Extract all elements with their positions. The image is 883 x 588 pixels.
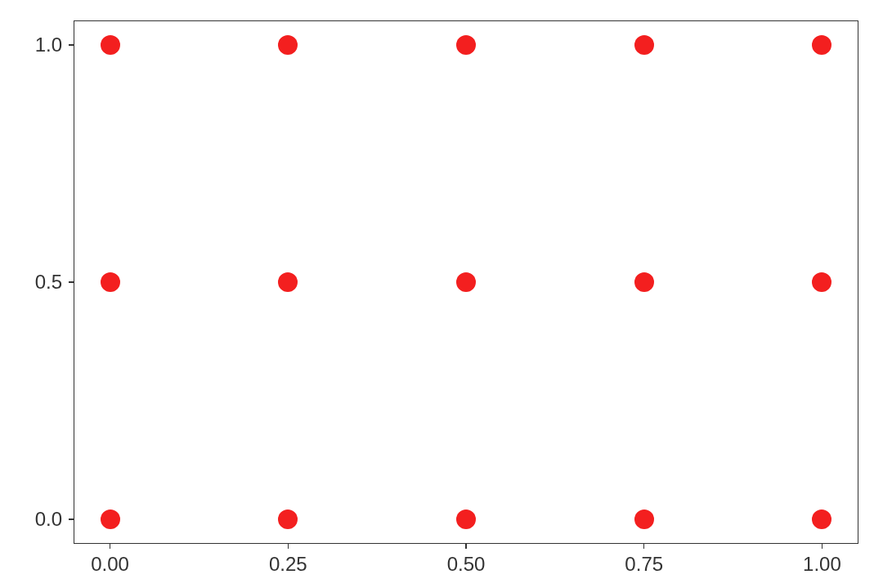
scatter-point bbox=[812, 509, 831, 529]
scatter-point bbox=[101, 509, 120, 529]
scatter-point bbox=[634, 35, 654, 55]
x-tick bbox=[465, 543, 467, 549]
scatter-point bbox=[634, 272, 654, 292]
x-tick-label: 0.00 bbox=[91, 553, 129, 576]
scatter-point bbox=[456, 509, 476, 529]
y-tick-label: 0.0 bbox=[35, 508, 62, 531]
y-tick bbox=[69, 281, 74, 283]
scatter-point bbox=[634, 509, 654, 529]
x-tick bbox=[822, 543, 823, 549]
x-tick bbox=[288, 543, 289, 549]
scatter-point bbox=[278, 509, 298, 529]
scatter-point bbox=[812, 272, 831, 292]
x-tick-label: 0.50 bbox=[447, 553, 486, 576]
scatter-point bbox=[812, 35, 831, 55]
chart-container: 0.000.250.500.751.000.00.51.0 bbox=[74, 20, 858, 544]
scatter-point bbox=[278, 272, 298, 292]
scatter-point bbox=[456, 35, 476, 55]
x-tick bbox=[110, 543, 111, 549]
x-tick-label: 0.75 bbox=[625, 553, 663, 576]
y-tick bbox=[69, 518, 74, 520]
scatter-point bbox=[456, 272, 476, 292]
plot-area: 0.000.250.500.751.000.00.51.0 bbox=[74, 20, 858, 544]
x-tick bbox=[643, 543, 645, 549]
scatter-point bbox=[278, 35, 298, 55]
y-tick bbox=[69, 44, 74, 46]
scatter-point bbox=[101, 272, 120, 292]
x-tick-label: 0.25 bbox=[269, 553, 307, 576]
y-tick-label: 1.0 bbox=[35, 34, 62, 56]
y-tick-label: 0.5 bbox=[35, 271, 62, 294]
scatter-point bbox=[101, 35, 120, 55]
x-tick-label: 1.00 bbox=[803, 553, 841, 576]
